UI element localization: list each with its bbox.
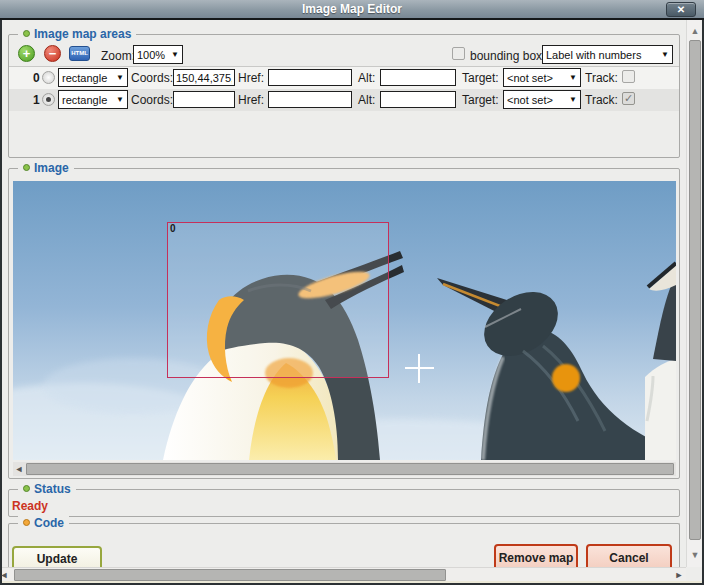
area-1-radio[interactable] — [42, 93, 55, 106]
titlebar: Image Map Editor ✕ — [0, 0, 704, 20]
area-0-target-select[interactable]: <not set> ▼ — [503, 68, 581, 87]
alt-label: Alt: — [358, 71, 375, 85]
image-map-canvas[interactable]: 0 — [13, 181, 676, 460]
bounding-box-checkbox[interactable] — [452, 47, 465, 60]
shape-value: rectangle — [62, 94, 113, 106]
dialog-vscrollbar-thumb[interactable] — [689, 40, 701, 540]
coords-label: Coords: — [131, 93, 173, 107]
remove-area-button[interactable]: − — [44, 45, 61, 62]
area-0-track-checkbox[interactable] — [622, 70, 635, 83]
area-index: 0 — [33, 71, 40, 85]
target-label: Target: — [462, 93, 499, 107]
green-bullet-icon — [23, 164, 30, 171]
alt-label: Alt: — [358, 93, 375, 107]
scroll-right-icon[interactable]: ► — [673, 568, 685, 582]
area-1-href-input[interactable] — [268, 91, 352, 108]
scroll-down-icon[interactable]: ▼ — [687, 548, 703, 562]
chevron-down-icon: ▼ — [171, 50, 179, 59]
dialog-hscrollbar[interactable]: ◄ ► — [2, 567, 686, 581]
status-fieldset — [8, 489, 680, 517]
green-bullet-icon — [23, 30, 30, 37]
area-row-0: 0 rectangle ▼ Coords: Href: Alt: Target:… — [9, 67, 679, 89]
area-0-shape-select[interactable]: rectangle ▼ — [58, 68, 128, 87]
selection-rectangle[interactable]: 0 — [167, 222, 389, 378]
zoom-value: 100% — [137, 49, 168, 61]
areas-legend-label: Image map areas — [34, 27, 131, 41]
html-code-button[interactable]: HTML — [69, 46, 90, 61]
close-button[interactable]: ✕ — [666, 2, 696, 17]
target-label: Target: — [462, 71, 499, 85]
label-mode-value: Label with numbers — [546, 49, 658, 61]
track-label: Track: — [585, 93, 618, 107]
area-1-alt-input[interactable] — [380, 91, 456, 108]
scroll-left-icon[interactable]: ◄ — [13, 462, 25, 476]
zoom-label: Zoom: — [101, 49, 135, 63]
scroll-up-icon[interactable]: ▲ — [687, 24, 703, 38]
selection-area-label: 0 — [170, 223, 176, 234]
image-hscrollbar[interactable]: ◄ — [13, 462, 676, 476]
bounding-box-label: bounding box — [470, 49, 542, 63]
code-legend: Code — [18, 516, 69, 530]
area-0-coords-input[interactable] — [173, 69, 235, 86]
areas-legend: Image map areas — [18, 27, 136, 41]
area-index: 1 — [33, 93, 40, 107]
area-0-alt-input[interactable] — [380, 69, 456, 86]
label-mode-select[interactable]: Label with numbers ▼ — [542, 45, 673, 64]
href-label: Href: — [238, 71, 264, 85]
dialog-border-left — [0, 20, 2, 585]
area-1-track-checkbox[interactable]: ✓ — [622, 92, 635, 105]
area-1-target-select[interactable]: <not set> ▼ — [503, 90, 581, 109]
add-area-button[interactable]: + — [18, 45, 35, 62]
area-0-href-input[interactable] — [268, 69, 352, 86]
orange-bullet-icon — [23, 519, 30, 526]
html-icon: HTML — [71, 50, 88, 56]
area-0-radio[interactable] — [42, 71, 55, 84]
code-legend-label: Code — [34, 516, 64, 530]
plus-icon: + — [23, 46, 31, 61]
dialog-vscrollbar[interactable]: ▲ ▼ — [686, 20, 702, 567]
check-icon: ✓ — [624, 92, 633, 104]
chevron-down-icon: ▼ — [569, 95, 577, 104]
shape-value: rectangle — [62, 72, 113, 84]
coords-label: Coords: — [131, 71, 173, 85]
target-value: <not set> — [507, 94, 566, 106]
chevron-down-icon: ▼ — [116, 95, 124, 104]
status-legend-label: Status — [34, 482, 71, 496]
image-hscrollbar-thumb[interactable] — [26, 463, 674, 475]
dialog-footer-strip — [2, 581, 702, 583]
area-1-coords-input[interactable] — [173, 91, 235, 108]
area-row-1: 1 rectangle ▼ Coords: Href: Alt: Target:… — [9, 89, 679, 111]
scroll-left-icon[interactable]: ◄ — [0, 568, 10, 582]
image-map-editor-dialog: Image Map Editor ✕ Image map areas + − H… — [0, 0, 704, 585]
status-legend: Status — [18, 482, 76, 496]
dialog-hscrollbar-thumb[interactable] — [14, 569, 446, 581]
dialog-title: Image Map Editor — [0, 0, 704, 18]
chevron-down-icon: ▼ — [569, 73, 577, 82]
area-1-shape-select[interactable]: rectangle ▼ — [58, 90, 128, 109]
close-icon: ✕ — [677, 4, 685, 15]
target-value: <not set> — [507, 72, 566, 84]
image-legend: Image — [18, 161, 74, 175]
status-text: Ready — [12, 499, 48, 513]
minus-icon: − — [49, 46, 57, 61]
chevron-down-icon: ▼ — [661, 50, 669, 59]
chevron-down-icon: ▼ — [116, 73, 124, 82]
href-label: Href: — [238, 93, 264, 107]
track-label: Track: — [585, 71, 618, 85]
image-legend-label: Image — [34, 161, 69, 175]
green-bullet-icon — [23, 485, 30, 492]
radio-dot — [46, 97, 51, 102]
zoom-select[interactable]: 100% ▼ — [133, 45, 183, 64]
